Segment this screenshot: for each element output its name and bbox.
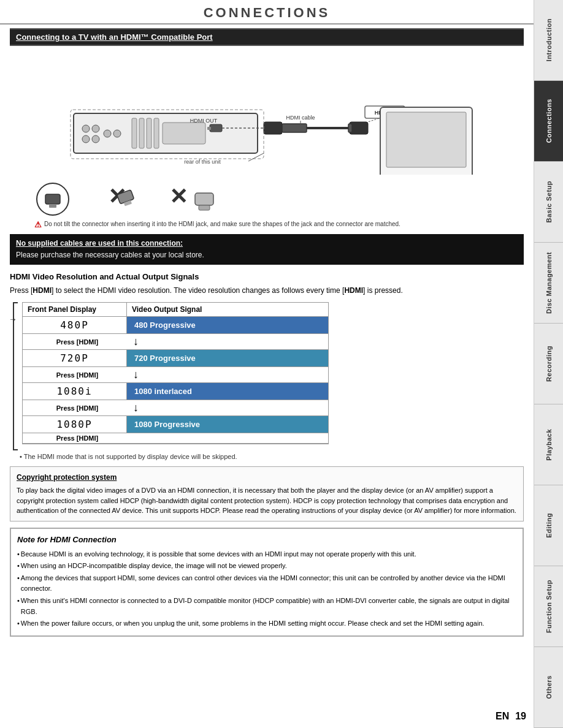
press-hdmi-1: Press [HDMI] ↓ bbox=[23, 334, 328, 350]
press-label-4: Press [HDMI] bbox=[28, 434, 127, 442]
page-number: 19 bbox=[515, 711, 526, 722]
svg-point-3 bbox=[82, 135, 90, 143]
svg-point-4 bbox=[92, 135, 99, 143]
svg-rect-17 bbox=[282, 124, 307, 132]
press-hdmi-3: Press [HDMI] ↓ bbox=[23, 400, 328, 416]
arrow-indicator: → bbox=[9, 314, 17, 324]
note-item-4: When this unit's HDMI connector is conne… bbox=[17, 596, 516, 617]
svg-rect-27 bbox=[386, 112, 466, 167]
sidebar-item-basic-setup[interactable]: Basic Setup bbox=[534, 162, 563, 243]
content-area: Connecting to a TV with an HDMI™ Compati… bbox=[0, 28, 534, 637]
press-hdmi-4: Press [HDMI] bbox=[23, 433, 328, 444]
sidebar-item-connections[interactable]: Connections bbox=[534, 81, 563, 162]
connector-warning: ⚠ Do not tilt the connector when inserti… bbox=[34, 220, 524, 229]
hdmi-video-title: HDMI Video Resolution and Actual Output … bbox=[10, 272, 524, 281]
svg-text:✕: ✕ bbox=[169, 184, 188, 209]
note-box: Note for HDMI Connection Because HDMI is… bbox=[10, 528, 524, 637]
bad-connector-1: ✕ bbox=[90, 181, 139, 218]
svg-rect-33 bbox=[45, 194, 60, 204]
svg-point-5 bbox=[104, 130, 111, 137]
copyright-body: To play back the digital video images of… bbox=[17, 485, 517, 516]
svg-point-1 bbox=[82, 125, 90, 132]
signal-720p: 720 Progressive bbox=[127, 350, 328, 367]
sidebar-item-editing[interactable]: Editing bbox=[534, 485, 563, 566]
signal-1080i: 1080 interlaced bbox=[127, 383, 328, 400]
sidebar-item-label: Recording bbox=[545, 346, 553, 382]
svg-line-25 bbox=[368, 118, 379, 122]
note-item-5-text: When the power failure occurs, or when y… bbox=[21, 618, 484, 629]
page-number-area: EN 19 bbox=[496, 711, 526, 722]
copyright-title: Copyright protection system bbox=[17, 472, 517, 483]
good-connector bbox=[34, 181, 71, 218]
note-item-3-text: Among the devices that support HDMI, som… bbox=[21, 573, 516, 594]
press-label-2: Press [HDMI] bbox=[28, 371, 127, 379]
note-item-1: Because HDMI is an evolving technology, … bbox=[17, 549, 516, 560]
connection-diagram: HDMI OUT HDMI cable HDMI IN bbox=[10, 52, 524, 175]
table-row-720p: 720P 720 Progressive bbox=[23, 350, 328, 367]
svg-rect-9 bbox=[147, 118, 151, 148]
sidebar-item-playback[interactable]: Playback bbox=[534, 404, 563, 485]
hdmi-video-description: Press [HDMI] to select the HDMI video re… bbox=[10, 285, 524, 296]
sidebar-item-recording[interactable]: Recording bbox=[534, 324, 563, 404]
arrow-3: ↓ bbox=[127, 401, 139, 414]
bad-connector-1-icon: ✕ bbox=[90, 181, 139, 218]
signal-480p: 480 Progressive bbox=[127, 317, 328, 334]
bracket-left bbox=[13, 302, 18, 450]
bad-connector-2: ✕ bbox=[157, 181, 218, 218]
col-header-signal: Video Output Signal bbox=[127, 303, 328, 317]
sidebar-item-disc-management[interactable]: Disc Management bbox=[534, 243, 563, 324]
signal-1080p: 1080 Progressive bbox=[127, 416, 328, 433]
svg-rect-13 bbox=[207, 127, 211, 130]
svg-rect-40 bbox=[199, 205, 210, 210]
svg-rect-7 bbox=[132, 118, 137, 148]
sidebar-item-introduction[interactable]: Introduction bbox=[534, 0, 563, 81]
svg-text:HDMI OUT: HDMI OUT bbox=[190, 118, 218, 124]
display-1080p: 1080P bbox=[23, 416, 127, 433]
sidebar-item-others[interactable]: Others bbox=[534, 647, 563, 728]
sidebar-item-label: Introduction bbox=[545, 18, 553, 61]
display-1080i: 1080i bbox=[23, 383, 127, 400]
note-item-2: When using an HDCP-incompatible display … bbox=[17, 561, 516, 572]
svg-rect-10 bbox=[154, 118, 159, 148]
col-header-display: Front Panel Display bbox=[23, 303, 127, 317]
bad-connector-2-icon: ✕ bbox=[157, 181, 218, 218]
sidebar: Introduction Connections Basic Setup Dis… bbox=[534, 0, 563, 728]
sidebar-item-label: Disc Management bbox=[545, 252, 553, 314]
note-title: Note for HDMI Connection bbox=[17, 534, 516, 547]
press-hdmi-2: Press [HDMI] ↓ bbox=[23, 367, 328, 383]
table-note: The HDMI mode that is not supported by d… bbox=[20, 453, 524, 460]
sidebar-item-label: Function Setup bbox=[545, 580, 553, 633]
sidebar-item-function-setup[interactable]: Function Setup bbox=[534, 566, 563, 647]
svg-rect-8 bbox=[139, 118, 144, 148]
main-content: CONNECTIONS Connecting to a TV with an H… bbox=[0, 0, 534, 637]
svg-point-6 bbox=[113, 130, 121, 137]
svg-rect-16 bbox=[264, 122, 282, 134]
display-720p: 720P bbox=[23, 350, 127, 367]
svg-text:HDMI cable: HDMI cable bbox=[286, 115, 315, 121]
note-item-2-text: When using an HDCP-incompatible display … bbox=[21, 561, 287, 572]
sidebar-item-label: Connections bbox=[545, 99, 553, 143]
note-item-1-text: Because HDMI is an evolving technology, … bbox=[21, 549, 416, 560]
sidebar-item-label: Others bbox=[545, 675, 553, 699]
page-en-label: EN bbox=[496, 711, 509, 722]
connector-guidance: ✕ ✕ bbox=[34, 181, 524, 218]
sidebar-item-label: Editing bbox=[545, 513, 553, 538]
no-cables-box: No supplied cables are used in this conn… bbox=[10, 234, 524, 265]
svg-text:rear of this unit: rear of this unit bbox=[184, 159, 221, 165]
svg-rect-34 bbox=[49, 204, 56, 208]
page-title: CONNECTIONS bbox=[0, 5, 534, 21]
display-480p: 480P bbox=[23, 317, 127, 334]
svg-point-2 bbox=[92, 125, 99, 132]
press-label-3: Press [HDMI] bbox=[28, 404, 127, 412]
arrow-2: ↓ bbox=[127, 368, 139, 381]
svg-rect-22 bbox=[348, 124, 352, 132]
sidebar-item-label: Playback bbox=[545, 429, 553, 461]
resolution-table: Front Panel Display Video Output Signal … bbox=[22, 302, 329, 444]
page-header: CONNECTIONS bbox=[0, 0, 534, 25]
table-row-480p: 480P 480 Progressive bbox=[23, 317, 328, 334]
svg-line-31 bbox=[248, 153, 264, 161]
note-item-3: Among the devices that support HDMI, som… bbox=[17, 573, 516, 594]
no-cables-title: No supplied cables are used in this conn… bbox=[16, 239, 183, 248]
good-connector-icon bbox=[34, 181, 71, 218]
connector-caption: Do not tilt the connector when inserting… bbox=[44, 220, 400, 229]
